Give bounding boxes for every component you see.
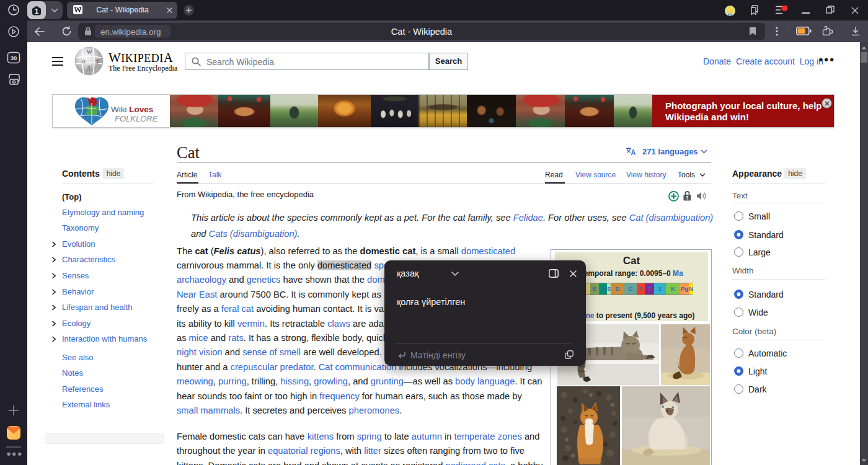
svg-text:30: 30 [11,55,17,61]
svg-text:Д: Д [87,66,91,71]
svg-text:W: W [87,49,92,55]
svg-text:1: 1 [35,7,38,15]
svg-text:Ω: Ω [81,58,86,64]
svg-text:字: 字 [95,59,100,64]
